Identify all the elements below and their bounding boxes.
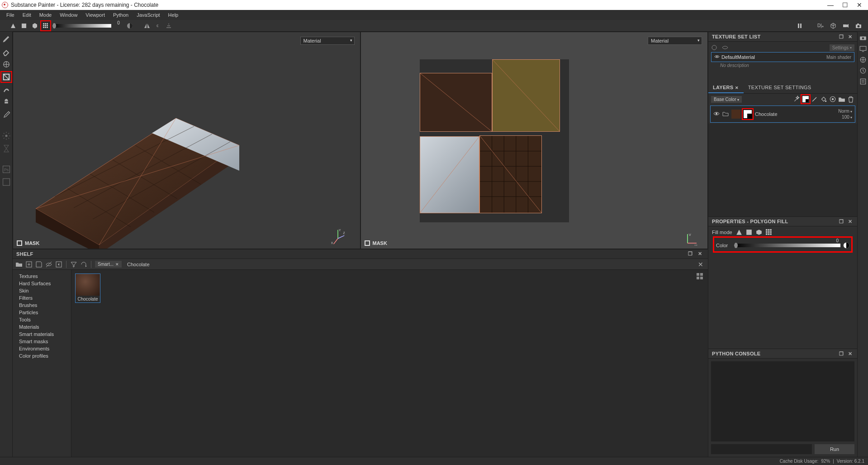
viewport-3d-mode-dropdown[interactable]: Material bbox=[300, 37, 355, 45]
dock-view-icon[interactable] bbox=[859, 56, 867, 63]
fill-triangle-icon[interactable] bbox=[9, 22, 17, 30]
layers-wand-icon[interactable] bbox=[793, 96, 800, 103]
viewport-3d[interactable]: Material bbox=[13, 32, 360, 249]
fill-object-icon[interactable] bbox=[756, 229, 762, 235]
folder-icon[interactable] bbox=[722, 110, 729, 118]
projection-tool-icon[interactable] bbox=[2, 60, 11, 69]
display-mode-icon[interactable]: D|ₒ bbox=[816, 22, 825, 30]
tab-layers[interactable]: LAYERS✕ bbox=[708, 82, 744, 93]
layers-smart-icon[interactable] bbox=[829, 96, 836, 103]
cat-environments[interactable]: Environments bbox=[13, 345, 71, 352]
layers-fill-icon[interactable] bbox=[820, 96, 827, 103]
shelf-clear-icon[interactable]: ✕ bbox=[698, 261, 705, 268]
clone-tool-icon[interactable] bbox=[2, 98, 11, 107]
texset-item[interactable]: DefaultMaterial Main shader bbox=[711, 52, 854, 62]
python-close-icon[interactable]: ✕ bbox=[848, 351, 854, 356]
asset-chocolate[interactable]: Chocolate bbox=[75, 273, 100, 303]
shelf-import-icon[interactable] bbox=[55, 261, 62, 268]
perspective-icon[interactable] bbox=[165, 22, 173, 30]
tab-layers-close-icon[interactable]: ✕ bbox=[735, 86, 739, 90]
shelf-filter-icon[interactable] bbox=[70, 261, 77, 268]
shelf-close-icon[interactable]: ✕ bbox=[698, 251, 704, 257]
cat-hard-surfaces[interactable]: Hard Surfaces bbox=[13, 280, 71, 287]
color-swatch[interactable] bbox=[843, 242, 849, 249]
properties-close-icon[interactable]: ✕ bbox=[848, 219, 854, 224]
polygon-fill-tool-icon[interactable] bbox=[2, 72, 11, 81]
eye-icon[interactable] bbox=[713, 110, 720, 118]
pause-icon[interactable] bbox=[796, 22, 804, 30]
viewport-2d[interactable]: Material bbox=[360, 32, 708, 249]
dock-display-icon[interactable] bbox=[859, 45, 867, 53]
fill-tri-icon[interactable] bbox=[736, 229, 742, 235]
brush-tool-icon[interactable] bbox=[2, 34, 11, 43]
shelf-popout-icon[interactable]: ❐ bbox=[688, 251, 694, 257]
texset-close-icon[interactable]: ✕ bbox=[848, 34, 854, 39]
menu-edit[interactable]: Edit bbox=[19, 11, 35, 19]
properties-popout-icon[interactable]: ❐ bbox=[839, 219, 844, 224]
menu-python[interactable]: Python bbox=[109, 11, 132, 19]
layers-brush-icon[interactable] bbox=[811, 96, 818, 103]
invert-icon[interactable] bbox=[126, 22, 134, 30]
color-slider[interactable] bbox=[734, 244, 840, 247]
cat-tools[interactable]: Tools bbox=[13, 316, 71, 323]
export-icon[interactable] bbox=[2, 177, 11, 187]
link-icon[interactable] bbox=[154, 22, 162, 30]
shelf-breadcrumb[interactable]: Chocolate bbox=[124, 261, 152, 268]
fill-quad-icon[interactable] bbox=[746, 229, 752, 235]
layer-mask-thumb[interactable] bbox=[743, 110, 752, 119]
viewport-2d-mode-dropdown[interactable]: Material bbox=[648, 37, 702, 45]
layer-row[interactable]: Chocolate Norm 100 bbox=[710, 105, 855, 123]
dock-camera-icon[interactable] bbox=[859, 34, 867, 42]
cat-materials[interactable]: Materials bbox=[13, 323, 71, 331]
shelf-tab-close-icon[interactable]: ✕ bbox=[115, 262, 119, 267]
cat-filters[interactable]: Filters bbox=[13, 294, 71, 302]
close-button[interactable]: ✕ bbox=[856, 2, 863, 8]
channel-dropdown[interactable]: Base Color bbox=[711, 96, 742, 103]
texset-settings-dropdown[interactable]: Settings bbox=[830, 44, 854, 51]
maximize-button[interactable]: ☐ bbox=[842, 2, 848, 8]
dock-history-icon[interactable] bbox=[859, 67, 867, 74]
cat-smart-materials[interactable]: Smart materials bbox=[13, 331, 71, 338]
texset-popout-icon[interactable]: ❐ bbox=[839, 34, 844, 39]
toolbar-slider[interactable] bbox=[52, 24, 111, 28]
camera-icon[interactable] bbox=[854, 22, 863, 30]
hourglass-icon[interactable] bbox=[2, 144, 11, 153]
dock-log-icon[interactable] bbox=[859, 78, 867, 85]
tab-texset-settings[interactable]: TEXTURE SET SETTINGS bbox=[744, 82, 816, 93]
gear-icon[interactable] bbox=[2, 131, 11, 140]
menu-window[interactable]: Window bbox=[56, 11, 81, 19]
texset-visibility-icon[interactable] bbox=[722, 44, 728, 51]
cube-icon[interactable] bbox=[829, 22, 837, 30]
run-button[interactable]: Run bbox=[815, 444, 854, 454]
layers-delete-icon[interactable] bbox=[847, 96, 854, 103]
fill-mesh-icon[interactable] bbox=[31, 22, 39, 30]
python-popout-icon[interactable]: ❐ bbox=[839, 351, 844, 356]
eye-icon[interactable] bbox=[714, 54, 720, 60]
cat-skin[interactable]: Skin bbox=[13, 287, 71, 294]
menu-javascript[interactable]: JavaScript bbox=[133, 11, 163, 19]
fill-quad-icon[interactable] bbox=[20, 22, 28, 30]
export-ps-icon[interactable]: Ps bbox=[2, 165, 11, 174]
cat-brushes[interactable]: Brushes bbox=[13, 302, 71, 309]
shelf-tab[interactable]: Smart...✕ bbox=[95, 261, 122, 268]
layers-folder-icon[interactable] bbox=[838, 96, 845, 103]
layers-mask-icon[interactable] bbox=[802, 96, 809, 103]
cat-color-profiles[interactable]: Color profiles bbox=[13, 352, 71, 360]
menu-help[interactable]: Help bbox=[165, 11, 182, 19]
menu-file[interactable]: File bbox=[3, 11, 18, 19]
cat-smart-masks[interactable]: Smart masks bbox=[13, 338, 71, 345]
menu-mode[interactable]: Mode bbox=[36, 11, 56, 19]
opacity-dropdown[interactable]: 100 bbox=[842, 115, 852, 120]
smudge-tool-icon[interactable] bbox=[2, 85, 11, 94]
shelf-grid-view-icon[interactable] bbox=[696, 273, 703, 280]
menu-viewport[interactable]: Viewport bbox=[82, 11, 109, 19]
shelf-refresh-icon[interactable] bbox=[80, 261, 87, 268]
eraser-tool-icon[interactable] bbox=[2, 47, 11, 56]
fill-uv-shell-icon[interactable] bbox=[766, 229, 772, 235]
blend-mode-dropdown[interactable]: Norm bbox=[838, 109, 852, 114]
eyedropper-tool-icon[interactable] bbox=[2, 110, 11, 120]
shelf-save-icon[interactable] bbox=[35, 261, 43, 268]
fill-uv-icon[interactable] bbox=[42, 22, 50, 30]
shelf-folder-icon[interactable] bbox=[15, 261, 23, 268]
python-input[interactable] bbox=[711, 444, 812, 454]
